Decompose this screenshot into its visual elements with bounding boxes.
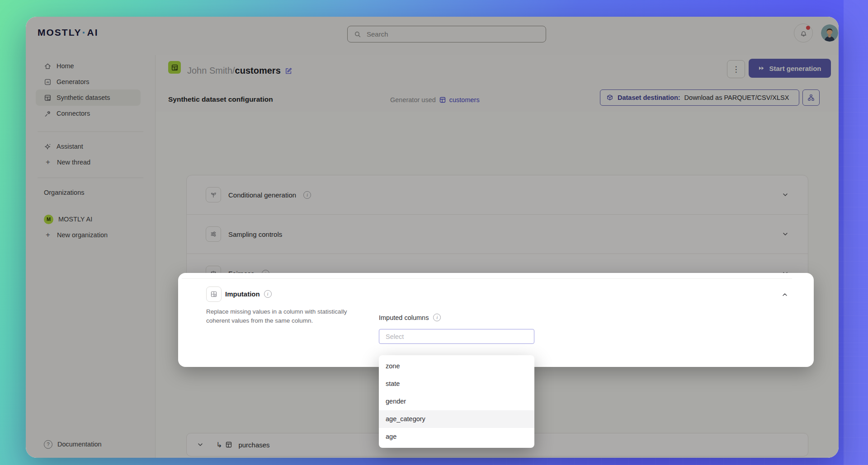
info-icon[interactable]: i — [264, 290, 272, 298]
dropdown-option-age-category[interactable]: age_category — [379, 410, 534, 428]
chevron-up-icon[interactable] — [781, 291, 788, 298]
dropdown-option-state[interactable]: state — [379, 375, 534, 393]
background-band — [844, 0, 868, 465]
imputation-icon — [206, 287, 222, 302]
dropdown-option-gender[interactable]: gender — [379, 393, 534, 410]
card-hairline — [182, 278, 792, 279]
imputed-columns-label: Imputed columns — [379, 314, 429, 321]
info-icon[interactable]: i — [433, 314, 441, 321]
imputation-header[interactable]: Imputation i — [225, 290, 272, 298]
dropdown-option-age[interactable]: age — [379, 428, 534, 446]
imputed-columns-dropdown: zone state gender age_category age — [379, 355, 534, 448]
dropdown-option-zone[interactable]: zone — [379, 357, 534, 375]
imputed-columns-select[interactable] — [379, 329, 534, 344]
imputed-columns-input[interactable] — [385, 333, 528, 341]
imputation-section-card: Imputation i Replace missing values in a… — [178, 273, 814, 367]
imputed-columns-field-label: Imputed columns i — [379, 314, 441, 321]
imputation-description: Replace missing values in a column with … — [206, 307, 355, 325]
screen: MOSTLY · AI — [0, 0, 868, 465]
imputation-label: Imputation — [225, 290, 260, 298]
